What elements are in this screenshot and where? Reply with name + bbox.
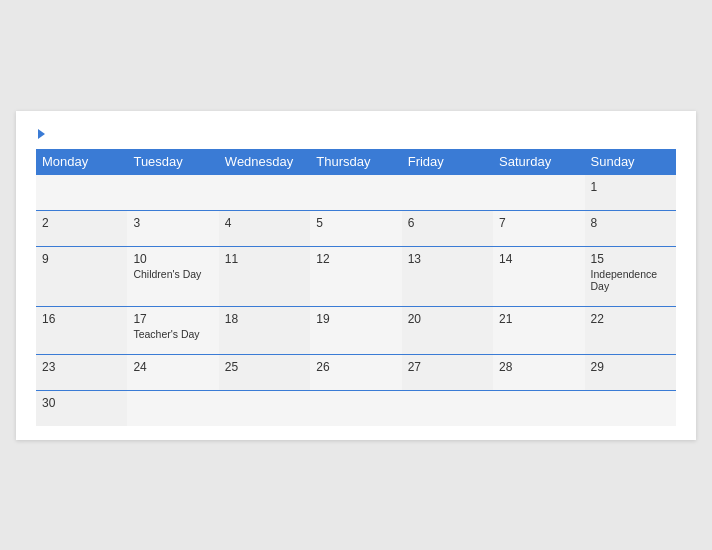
weekday-header-saturday: Saturday [493, 149, 584, 175]
day-number: 22 [591, 312, 670, 326]
calendar-cell: 27 [402, 354, 493, 390]
day-number: 12 [316, 252, 395, 266]
calendar-cell: 21 [493, 306, 584, 354]
calendar-cell: 13 [402, 246, 493, 306]
weekday-header-thursday: Thursday [310, 149, 401, 175]
day-number: 8 [591, 216, 670, 230]
event-label: Independence Day [591, 268, 670, 292]
calendar-cell: 6 [402, 210, 493, 246]
calendar-cell [219, 174, 310, 210]
logo-blue-text [36, 129, 45, 139]
weekday-header-wednesday: Wednesday [219, 149, 310, 175]
calendar-cell [219, 390, 310, 426]
day-number: 6 [408, 216, 487, 230]
calendar-row-2: 910Children's Day1112131415Independence … [36, 246, 676, 306]
calendar-cell: 11 [219, 246, 310, 306]
calendar-cell: 28 [493, 354, 584, 390]
calendar-cell: 19 [310, 306, 401, 354]
day-number: 29 [591, 360, 670, 374]
day-number: 16 [42, 312, 121, 326]
calendar-thead: MondayTuesdayWednesdayThursdayFridaySatu… [36, 149, 676, 175]
calendar-row-5: 30 [36, 390, 676, 426]
day-number: 11 [225, 252, 304, 266]
day-number: 18 [225, 312, 304, 326]
calendar-cell: 2 [36, 210, 127, 246]
day-number: 25 [225, 360, 304, 374]
day-number: 26 [316, 360, 395, 374]
day-number: 17 [133, 312, 212, 326]
calendar-cell: 9 [36, 246, 127, 306]
calendar-row-0: 1 [36, 174, 676, 210]
calendar-cell [310, 390, 401, 426]
day-number: 1 [591, 180, 670, 194]
calendar-cell [310, 174, 401, 210]
calendar-cell: 12 [310, 246, 401, 306]
calendar-cell [493, 390, 584, 426]
day-number: 9 [42, 252, 121, 266]
calendar-cell: 30 [36, 390, 127, 426]
logo [36, 129, 45, 139]
calendar-cell [127, 390, 218, 426]
calendar-header [36, 129, 676, 139]
calendar-cell: 7 [493, 210, 584, 246]
calendar-row-4: 23242526272829 [36, 354, 676, 390]
calendar-cell: 23 [36, 354, 127, 390]
calendar-table: MondayTuesdayWednesdayThursdayFridaySatu… [36, 149, 676, 426]
day-number: 13 [408, 252, 487, 266]
calendar-cell: 24 [127, 354, 218, 390]
day-number: 24 [133, 360, 212, 374]
day-number: 19 [316, 312, 395, 326]
day-number: 10 [133, 252, 212, 266]
calendar-cell: 18 [219, 306, 310, 354]
calendar-cell: 25 [219, 354, 310, 390]
day-number: 21 [499, 312, 578, 326]
calendar-cell: 8 [585, 210, 676, 246]
weekday-header-friday: Friday [402, 149, 493, 175]
calendar-cell: 10Children's Day [127, 246, 218, 306]
calendar-cell: 29 [585, 354, 676, 390]
calendar-cell: 16 [36, 306, 127, 354]
calendar-cell [127, 174, 218, 210]
calendar-cell: 22 [585, 306, 676, 354]
weekday-header-tuesday: Tuesday [127, 149, 218, 175]
day-number: 15 [591, 252, 670, 266]
calendar-row-1: 2345678 [36, 210, 676, 246]
day-number: 23 [42, 360, 121, 374]
calendar-cell: 1 [585, 174, 676, 210]
calendar-container: MondayTuesdayWednesdayThursdayFridaySatu… [16, 111, 696, 440]
calendar-cell: 26 [310, 354, 401, 390]
calendar-cell [493, 174, 584, 210]
calendar-cell [585, 390, 676, 426]
calendar-cell [402, 390, 493, 426]
weekday-header-sunday: Sunday [585, 149, 676, 175]
event-label: Teacher's Day [133, 328, 212, 340]
calendar-cell: 4 [219, 210, 310, 246]
calendar-cell: 3 [127, 210, 218, 246]
weekday-header-monday: Monday [36, 149, 127, 175]
calendar-cell [36, 174, 127, 210]
weekday-header-row: MondayTuesdayWednesdayThursdayFridaySatu… [36, 149, 676, 175]
calendar-tbody: 12345678910Children's Day1112131415Indep… [36, 174, 676, 426]
day-number: 3 [133, 216, 212, 230]
calendar-cell: 5 [310, 210, 401, 246]
day-number: 5 [316, 216, 395, 230]
calendar-cell: 20 [402, 306, 493, 354]
day-number: 2 [42, 216, 121, 230]
calendar-cell: 17Teacher's Day [127, 306, 218, 354]
day-number: 30 [42, 396, 121, 410]
calendar-cell [402, 174, 493, 210]
calendar-row-3: 1617Teacher's Day1819202122 [36, 306, 676, 354]
calendar-cell: 15Independence Day [585, 246, 676, 306]
day-number: 20 [408, 312, 487, 326]
calendar-cell: 14 [493, 246, 584, 306]
day-number: 7 [499, 216, 578, 230]
event-label: Children's Day [133, 268, 212, 280]
day-number: 28 [499, 360, 578, 374]
day-number: 27 [408, 360, 487, 374]
day-number: 4 [225, 216, 304, 230]
day-number: 14 [499, 252, 578, 266]
logo-triangle-icon [38, 129, 45, 139]
